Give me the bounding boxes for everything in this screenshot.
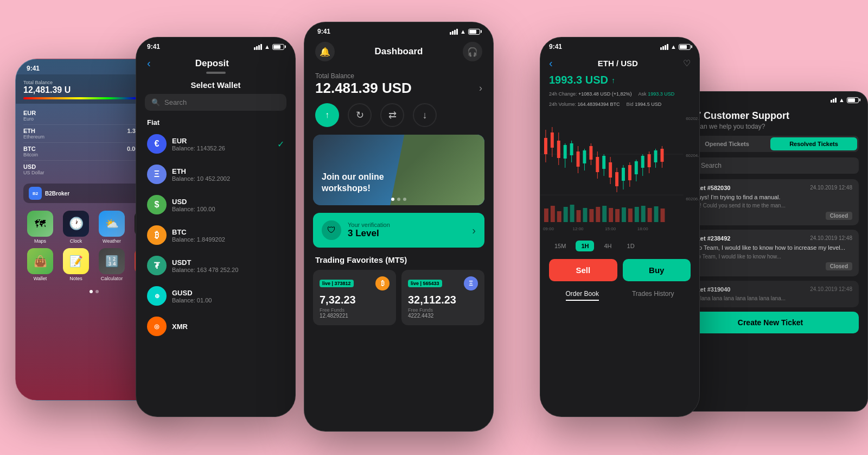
ticket-date: 24.10.2019 12:48 <box>810 235 852 242</box>
svg-rect-54 <box>589 209 593 222</box>
svg-rect-61 <box>635 207 639 222</box>
ios-app-calculator[interactable]: 🔢 Calculator <box>96 248 127 281</box>
ticket-582030[interactable]: Ticket #582030 24.10.2019 12:48 hi guys!… <box>682 179 859 225</box>
wallet-eur-info: EUR Balance: 114352.26 <box>172 137 272 151</box>
ios-app-weather[interactable]: ⛅ Weather <box>96 211 127 244</box>
ticket-238492[interactable]: Ticket #238492 24.10.2019 12:48 Hello Te… <box>682 230 859 276</box>
buy-button[interactable]: Buy <box>623 259 691 281</box>
back-button[interactable]: ‹ <box>147 57 151 69</box>
promo-banner[interactable]: Join our onlineworkshops! <box>313 135 484 205</box>
ticket-319040[interactable]: Ticket #319040 24.10.2019 12:48 lana lan… <box>682 281 859 307</box>
support-status-bar: 9:41 ▲ <box>673 92 867 106</box>
wallet-label: Wallet <box>34 276 47 281</box>
svg-rect-12 <box>551 132 554 148</box>
favorite-button[interactable]: ♡ <box>683 58 691 68</box>
wallet-item-usdt[interactable]: ₮ USDT Balance: 163 478 252.20 <box>136 250 295 281</box>
tab-order-book[interactable]: Order Book <box>566 290 599 301</box>
transfer-button[interactable]: ⇄ <box>380 103 404 127</box>
search-icon: 🔍 <box>151 98 160 106</box>
ios-time: 9:41 <box>27 65 40 72</box>
wallet-icon: 👜 <box>27 248 53 274</box>
svg-rect-59 <box>622 207 626 222</box>
ios-app-clock[interactable]: 🕐 Clock <box>60 211 92 244</box>
tab-trades-history[interactable]: Trades History <box>632 290 674 301</box>
dot-1 <box>391 198 394 201</box>
ticket-date: 24.10.2019 12:48 <box>810 185 852 191</box>
back-button[interactable]: ‹ <box>549 57 553 69</box>
wallet-item-btc[interactable]: ₿ BTC Balance: 1.8499202 <box>136 220 295 250</box>
eth-value: 32,112.23 <box>408 294 478 306</box>
modal-handle <box>206 72 226 74</box>
svg-rect-20 <box>577 151 580 167</box>
support-header: 24/7 Customer Support How can we help yo… <box>673 106 867 136</box>
deposit-status-icons: ▲ <box>254 43 284 50</box>
svg-rect-28 <box>602 156 605 169</box>
svg-rect-53 <box>583 208 587 222</box>
ios-app-wallet[interactable]: 👜 Wallet <box>24 248 56 281</box>
wallet-item-eth[interactable]: Ξ ETH Balance: 10 452.2002 <box>136 159 295 189</box>
notification-button[interactable]: 🔔 <box>315 42 335 61</box>
tf-15m[interactable]: 15M <box>549 241 571 251</box>
svg-rect-49 <box>557 211 561 222</box>
wallet-item-gusd[interactable]: ⊕ GUSD Balance: 01.00 <box>136 281 295 311</box>
selected-check: ✓ <box>277 139 284 149</box>
deposit-time: 9:41 <box>147 43 160 50</box>
chart-header: ‹ ETH / USD ♡ <box>540 53 699 72</box>
support-tabs: Opened Tickets Resolved Tickets <box>682 136 859 152</box>
wallet-item-eur[interactable]: € EUR Balance: 114352.26 ✓ <box>136 129 295 159</box>
svg-rect-47 <box>544 208 548 222</box>
support-search[interactable]: 🔍 Search <box>682 157 859 174</box>
verification-card[interactable]: 🛡 Your verification 3 Level › <box>313 213 484 248</box>
dashboard-status-icons: ▲ <box>450 28 480 35</box>
weather-label: Weather <box>103 238 121 244</box>
chart-tabs: Order Book Trades History <box>540 286 699 305</box>
phone-deposit: 9:41 ▲ ‹ Deposit Select Wallet 🔍 Search … <box>136 37 296 417</box>
ios-app-maps[interactable]: 🗺 Maps <box>24 211 56 244</box>
svg-rect-18 <box>570 143 573 155</box>
weather-icon: ⛅ <box>99 211 125 237</box>
usd-coin-icon: $ <box>147 195 167 214</box>
tf-1d[interactable]: 1D <box>622 241 640 251</box>
create-ticket-button[interactable]: Create New Ticket <box>682 312 859 333</box>
svg-rect-22 <box>583 150 586 163</box>
verification-level: 3 Level <box>348 228 465 239</box>
dot-3 <box>403 198 406 201</box>
deposit-search[interactable]: 🔍 Search <box>145 94 286 111</box>
tab-resolved-tickets[interactable]: Resolved Tickets <box>770 137 857 150</box>
send-button[interactable]: ↑ <box>315 103 339 127</box>
download-button[interactable]: ↓ <box>413 103 437 127</box>
refresh-button[interactable]: ↻ <box>348 103 372 127</box>
search-placeholder: Search <box>701 162 722 169</box>
svg-text:15:00: 15:00 <box>605 226 616 231</box>
wallet-xmr-info: XMR <box>172 323 284 331</box>
dot-2 <box>95 290 99 293</box>
svg-rect-14 <box>557 141 560 158</box>
banner-person <box>390 135 484 205</box>
sell-button[interactable]: Sell <box>549 259 617 281</box>
wallet-btc-info: BTC Balance: 1.8499202 <box>172 228 284 243</box>
trading-card-eth[interactable]: live | 565433 Ξ 32,112.23 Free Funds 422… <box>401 270 484 325</box>
maps-label: Maps <box>34 238 46 244</box>
svg-text:12:00: 12:00 <box>573 226 584 231</box>
dashboard-status-bar: 9:41 ▲ <box>304 22 493 37</box>
svg-rect-48 <box>551 206 555 222</box>
verification-text: Your verification 3 Level <box>348 222 465 239</box>
chart-time: 9:41 <box>549 43 562 50</box>
headset-button[interactable]: 🎧 <box>463 42 482 61</box>
trading-card-btc[interactable]: live | 373812 ₿ 7,32.23 Free Funds 12.48… <box>313 270 396 325</box>
ios-app-notes[interactable]: 📝 Notes <box>60 248 92 281</box>
free-funds-label: Free Funds <box>408 307 478 313</box>
tf-1h[interactable]: 1H <box>576 241 594 251</box>
candlestick-chart: 60202.00 60204.00 60206.00 09:00 12:00 1… <box>540 113 699 233</box>
balance-row: 12.481.39 USD › <box>315 80 482 97</box>
svg-text:09:00: 09:00 <box>543 226 554 231</box>
svg-text:60206.00: 60206.00 <box>686 197 699 201</box>
b2broker-icon: B2 <box>29 187 42 200</box>
wallet-item-xmr[interactable]: ◎ XMR <box>136 311 295 342</box>
tf-4h[interactable]: 4H <box>598 241 617 251</box>
ticket-status-closed: Closed <box>826 212 852 220</box>
wallet-item-usd[interactable]: $ USD Balance: 100.00 <box>136 189 295 220</box>
chart-price-value: 1993.3 USD <box>549 74 608 86</box>
timeframe-selector: 15M 1H 4H 1D <box>540 237 699 255</box>
notes-label: Notes <box>69 276 82 281</box>
